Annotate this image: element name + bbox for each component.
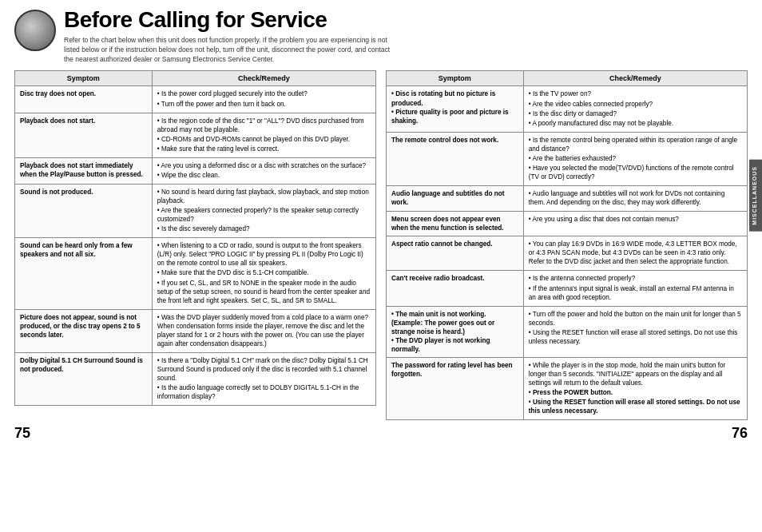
left-table-section: Symptom Check/Remedy Disc tray does not … bbox=[14, 70, 376, 420]
remedy-item: Is the power cord plugged securely into … bbox=[157, 89, 371, 98]
remedy-item: Is the region code of the disc "1" or "A… bbox=[157, 117, 371, 134]
remedy-item: Using the RESET function will erase all … bbox=[529, 398, 742, 415]
header-section: Before Calling for Service Refer to the … bbox=[14, 8, 748, 64]
remedy-item: If the antenna's input signal is weak, i… bbox=[529, 284, 742, 302]
table-row: • Disc is rotating but no picture is pro… bbox=[387, 86, 748, 132]
remedy-item: Is the TV power on? bbox=[529, 89, 742, 98]
symptom-cell: The password for rating level has been f… bbox=[387, 357, 524, 419]
header-description: Refer to the chart below when this unit … bbox=[64, 36, 399, 65]
table-row: Sound can be heard only from a few speak… bbox=[15, 238, 376, 309]
remedy-item: When listening to a CD or radio, sound i… bbox=[157, 241, 371, 268]
remedy-item: Is the disc severely damaged? bbox=[157, 224, 371, 233]
symptom-cell: Playback does not start immediately when… bbox=[15, 157, 153, 184]
remedy-cell: Audio language and subtitles will not wo… bbox=[523, 186, 747, 212]
remedy-cell: Are you using a deformed disc or a disc … bbox=[152, 157, 375, 184]
right-trouble-table: Symptom Check/Remedy • Disc is rotating … bbox=[386, 70, 748, 420]
table-row: Dolby Digital 5.1 CH Surround Sound is n… bbox=[15, 352, 376, 405]
right-remedy-header: Check/Remedy bbox=[523, 71, 747, 86]
misc-tab: MISCELLANEOUS bbox=[749, 160, 762, 232]
symptom-cell: Menu screen does not appear even when th… bbox=[387, 212, 524, 236]
table-row: Audio language and subtitles do not work… bbox=[387, 186, 748, 212]
remedy-item: CD-ROMs and DVD-ROMs cannot be played on… bbox=[157, 135, 371, 144]
remedy-item: Turn off the power and hold the button o… bbox=[529, 310, 742, 328]
remedy-cell: Are you using a disc that does not conta… bbox=[523, 212, 747, 236]
remedy-item: Are you using a disc that does not conta… bbox=[529, 215, 742, 224]
table-row: Playback does not start immediately when… bbox=[15, 157, 376, 184]
symptom-cell: Dolby Digital 5.1 CH Surround Sound is n… bbox=[15, 352, 153, 405]
samsung-logo bbox=[14, 10, 56, 51]
symptom-cell: Picture does not appear, sound is not pr… bbox=[15, 309, 153, 352]
remedy-item: Turn off the power and then turn it back… bbox=[157, 100, 371, 109]
symptom-cell: Can't receive radio broadcast. bbox=[387, 271, 524, 306]
left-symptom-header: Symptom bbox=[15, 71, 153, 86]
remedy-item: If you set C, SL, and SR to NONE in the … bbox=[157, 279, 371, 305]
remedy-item: While the player is in the stop mode, ho… bbox=[529, 361, 742, 387]
left-trouble-table: Symptom Check/Remedy Disc tray does not … bbox=[14, 70, 376, 406]
table-row: • The main unit is not working. (Example… bbox=[387, 306, 748, 357]
symptom-cell: Playback does not start. bbox=[15, 113, 153, 157]
remedy-item: Is the audio language correctly set to D… bbox=[157, 383, 371, 401]
symptom-cell: The remote control does not work. bbox=[387, 132, 524, 185]
remedy-item: Are you using a deformed disc or a disc … bbox=[157, 161, 371, 170]
table-row: Menu screen does not appear even when th… bbox=[387, 212, 748, 236]
table-row: Can't receive radio broadcast.Is the ant… bbox=[387, 271, 748, 306]
remedy-item: Press the POWER button. bbox=[529, 388, 742, 397]
remedy-item: Was the DVD player suddenly moved from a… bbox=[157, 313, 371, 348]
remedy-item: Using the RESET function will erase all … bbox=[529, 328, 742, 346]
header-text-block: Before Calling for Service Refer to the … bbox=[64, 8, 748, 64]
table-row: Sound is not produced.No sound is heard … bbox=[15, 184, 376, 237]
symptom-cell: Sound can be heard only from a few speak… bbox=[15, 238, 153, 309]
table-row: Picture does not appear, sound is not pr… bbox=[15, 309, 376, 352]
remedy-item: Is there a "Dolby Digital 5.1 CH" mark o… bbox=[157, 356, 371, 383]
remedy-cell: Is the region code of the disc "1" or "A… bbox=[152, 113, 375, 157]
remedy-cell: Is the power cord plugged securely into … bbox=[152, 86, 375, 113]
remedy-cell: Is the TV power on?Are the video cables … bbox=[523, 86, 747, 132]
right-symptom-header: Symptom bbox=[387, 71, 524, 86]
remedy-item: No sound is heard during fast playback, … bbox=[157, 188, 371, 205]
page-container: Before Calling for Service Refer to the … bbox=[0, 0, 762, 532]
remedy-item: Audio language and subtitles will not wo… bbox=[529, 189, 742, 207]
remedy-cell: Is the antenna connected properly?If the… bbox=[523, 271, 747, 306]
symptom-cell: Aspect ratio cannot be changed. bbox=[387, 236, 524, 271]
remedy-item: Is the antenna connected properly? bbox=[529, 274, 742, 283]
remedy-cell: You can play 16:9 DVDs in 16:9 WIDE mode… bbox=[523, 236, 747, 271]
page-number-left: 75 bbox=[14, 425, 30, 442]
left-remedy-header: Check/Remedy bbox=[152, 71, 375, 86]
remedy-item: You can play 16:9 DVDs in 16:9 WIDE mode… bbox=[529, 240, 742, 266]
remedy-item: Is the remote control being operated wit… bbox=[529, 136, 742, 153]
remedy-item: Are the batteries exhausted? bbox=[529, 154, 742, 163]
page-title: Before Calling for Service bbox=[64, 8, 748, 33]
remedy-item: Have you selected the mode(TV/DVD) funct… bbox=[529, 164, 742, 181]
table-row: Playback does not start.Is the region co… bbox=[15, 113, 376, 157]
remedy-item: Wipe the disc clean. bbox=[157, 171, 371, 180]
page-number-right: 76 bbox=[732, 425, 748, 442]
remedy-cell: Turn off the power and hold the button o… bbox=[523, 306, 747, 357]
symptom-cell: Audio language and subtitles do not work… bbox=[387, 186, 524, 212]
page-numbers: 75 76 bbox=[14, 425, 748, 442]
table-row: Aspect ratio cannot be changed.You can p… bbox=[387, 236, 748, 271]
remedy-item: Are the speakers connected properly? Is … bbox=[157, 206, 371, 224]
symptom-cell: Disc tray does not open. bbox=[15, 86, 153, 113]
remedy-item: Are the video cables connected properly? bbox=[529, 100, 742, 109]
remedy-item: Make sure that the DVD disc is 5.1-CH co… bbox=[157, 268, 371, 277]
remedy-item: A poorly manufactured disc may not be pl… bbox=[529, 119, 742, 128]
table-row: Disc tray does not open.Is the power cor… bbox=[15, 86, 376, 113]
remedy-cell: While the player is in the stop mode, ho… bbox=[523, 357, 747, 419]
symptom-cell: • The main unit is not working. (Example… bbox=[387, 306, 524, 357]
table-row: The password for rating level has been f… bbox=[387, 357, 748, 419]
remedy-item: Is the disc dirty or damaged? bbox=[529, 109, 742, 118]
remedy-cell: Was the DVD player suddenly moved from a… bbox=[152, 309, 375, 352]
remedy-item: Make sure that the rating level is corre… bbox=[157, 145, 371, 153]
symptom-cell: • Disc is rotating but no picture is pro… bbox=[387, 86, 524, 132]
symptom-cell: Sound is not produced. bbox=[15, 184, 153, 237]
remedy-cell: No sound is heard during fast playback, … bbox=[152, 184, 375, 237]
table-row: The remote control does not work.Is the … bbox=[387, 132, 748, 185]
right-table-section: Symptom Check/Remedy • Disc is rotating … bbox=[386, 70, 748, 420]
remedy-cell: Is there a "Dolby Digital 5.1 CH" mark o… bbox=[152, 352, 375, 405]
two-column-layout: Symptom Check/Remedy Disc tray does not … bbox=[14, 70, 748, 420]
remedy-cell: Is the remote control being operated wit… bbox=[523, 132, 747, 185]
remedy-cell: When listening to a CD or radio, sound i… bbox=[152, 238, 375, 309]
